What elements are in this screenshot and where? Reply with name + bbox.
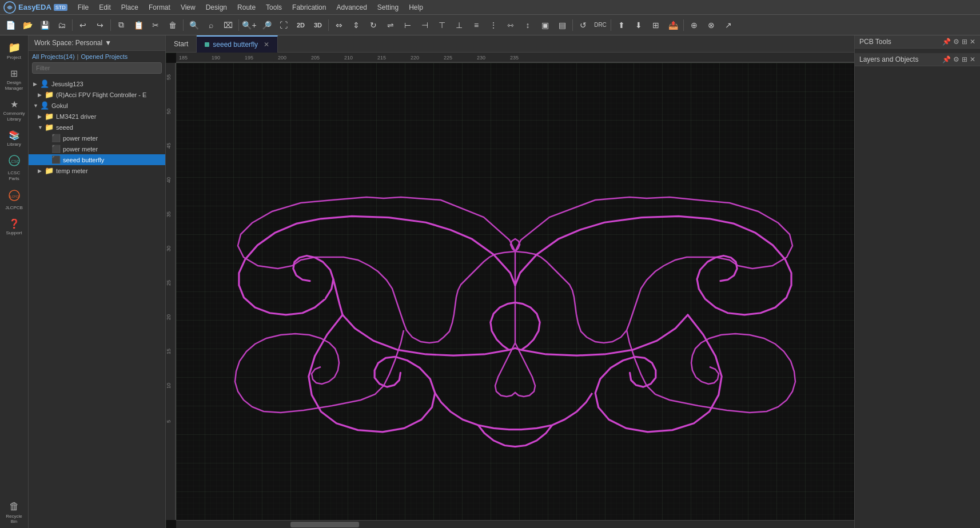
sidebar-label-project: Project <box>7 55 21 60</box>
tab-close-icon[interactable]: ✕ <box>264 41 269 49</box>
3d-button[interactable]: 3D <box>310 17 326 33</box>
layers-settings-icon[interactable]: ⚙ <box>953 55 959 63</box>
copy-button[interactable]: ⧉ <box>113 17 129 33</box>
tab-start[interactable]: Start <box>166 35 197 53</box>
zoom-in-button[interactable]: 🔍+ <box>241 17 257 33</box>
share-button[interactable]: ↗ <box>720 17 736 33</box>
sidebar-item-design-manager[interactable]: ⊞ DesignManager <box>1 65 27 94</box>
tree-item-pm2[interactable]: ▶ ⬛ power meter <box>29 143 165 154</box>
pcb-canvas[interactable]: 185 190 195 200 205 210 215 220 225 230 … <box>166 53 854 528</box>
new-button[interactable]: 📄 <box>2 17 18 33</box>
canvas-viewport[interactable] <box>176 63 854 520</box>
menu-edit[interactable]: Edit <box>94 2 115 13</box>
h-scrollbar[interactable] <box>176 520 854 528</box>
h-scrollbar-thumb[interactable] <box>290 522 359 527</box>
tree-user-gokul-icon: 👤 <box>40 101 49 110</box>
clear-button[interactable]: ⌧ <box>220 17 236 33</box>
workspace-header[interactable]: Work Space: Personal ▼ <box>29 35 165 51</box>
menu-setting[interactable]: Setting <box>373 2 403 13</box>
tree-folder-temp-icon: 📁 <box>45 166 54 175</box>
tab-butterfly[interactable]: seeed butterfly ✕ <box>197 35 278 53</box>
filter-input[interactable] <box>32 62 162 74</box>
layers-pin-icon[interactable]: 📌 <box>942 55 951 63</box>
layers-objects-header: Layers and Objects 📌 ⚙ ⊞ ✕ <box>855 53 980 66</box>
save-all-button[interactable]: 🗂 <box>54 17 70 33</box>
menu-tools[interactable]: Tools <box>261 2 286 13</box>
export2-button[interactable]: ⊞ <box>648 17 664 33</box>
tree-item-butterfly[interactable]: ▶ ⬛ seeed butterfly <box>29 154 165 165</box>
sidebar-item-jlcpcb[interactable]: JLCPCB JLCPCB <box>1 186 27 214</box>
close-panel-icon[interactable]: ✕ <box>970 38 975 46</box>
2d-button[interactable]: 2D <box>293 17 309 33</box>
icon-sidebar: 📁 Project ⊞ DesignManager ★ CommonlyLibr… <box>0 35 29 528</box>
svg-text:215: 215 <box>377 55 386 61</box>
align-r-button[interactable]: ⊣ <box>417 17 433 33</box>
opened-projects-tab[interactable]: Opened Projects <box>81 53 128 60</box>
menu-format[interactable]: Format <box>144 2 175 13</box>
menu-route[interactable]: Route <box>233 2 260 13</box>
tree-user-icon: 👤 <box>40 79 49 88</box>
svg-text:50: 50 <box>166 109 172 114</box>
align-l-button[interactable]: ⊢ <box>400 17 416 33</box>
layers-close-icon[interactable]: ✕ <box>970 55 975 63</box>
tree-item-temp[interactable]: ▶ 📁 temp meter <box>29 165 165 176</box>
layers-button[interactable]: ⊕ <box>686 17 702 33</box>
pin-icon[interactable]: 📌 <box>942 38 951 46</box>
flip-v-button[interactable]: ⇕ <box>348 17 364 33</box>
sidebar-item-lcsc[interactable]: LCSC LCSCParts <box>1 151 27 185</box>
zoom-fit-button[interactable]: ⛶ <box>276 17 292 33</box>
menu-file[interactable]: File <box>73 2 93 13</box>
export1-button[interactable]: ⬇ <box>631 17 647 33</box>
align-cv-button[interactable]: ⋮ <box>485 17 501 33</box>
sidebar-item-project[interactable]: 📁 Project <box>1 38 27 63</box>
menu-fabrication[interactable]: Fabrication <box>288 2 330 13</box>
open-button[interactable]: 📂 <box>19 17 35 33</box>
sidebar-item-commonly-library[interactable]: ★ CommonlyLibrary <box>1 95 27 125</box>
menu-design[interactable]: Design <box>201 2 232 13</box>
align-t-button[interactable]: ⊤ <box>434 17 450 33</box>
search-button[interactable]: 🔍 <box>186 17 202 33</box>
export3-button[interactable]: 📤 <box>665 17 681 33</box>
tree-item-user-gokul[interactable]: ▼ 👤 Gokul <box>29 100 165 111</box>
redo-button[interactable]: ↪ <box>92 17 108 33</box>
align-b-button[interactable]: ⊥ <box>451 17 467 33</box>
find-replace-button[interactable]: ⌕ <box>203 17 219 33</box>
dist-h-button[interactable]: ⇿ <box>503 17 519 33</box>
delete-button[interactable]: 🗑 <box>165 17 181 33</box>
tree-item-pm1[interactable]: ▶ ⬛ power meter <box>29 133 165 143</box>
expand-icon[interactable]: ⊞ <box>962 38 967 46</box>
sidebar-item-support[interactable]: ❓ Support <box>1 215 27 239</box>
import-button[interactable]: ⬆ <box>614 17 630 33</box>
zoom-out-button[interactable]: 🔎 <box>258 17 274 33</box>
sidebar-item-recycle-bin[interactable]: 🗑 RecycleBin <box>1 497 27 528</box>
tree-item-fpv[interactable]: ▶ 📁 (R)Acci FPV Flight Controller - E <box>29 89 165 100</box>
undo2-button[interactable]: ↺ <box>575 17 591 33</box>
sidebar-item-library[interactable]: 📚 Library <box>1 126 27 150</box>
undo-button[interactable]: ↩ <box>75 17 91 33</box>
cut-button[interactable]: ✂ <box>148 17 164 33</box>
all-projects-tab[interactable]: All Projects(14) <box>32 53 75 60</box>
tree-item-lm3421[interactable]: ▶ 📁 LM3421 driver <box>29 111 165 122</box>
rotate-button[interactable]: ↻ <box>365 17 381 33</box>
sidebar-label-jlcpcb: JLCPCB <box>5 205 23 210</box>
net-button[interactable]: ⊗ <box>703 17 719 33</box>
menu-place[interactable]: Place <box>117 2 143 13</box>
ruler-top-svg: 185 190 195 200 205 210 215 220 225 230 … <box>176 53 854 63</box>
tree-item-seeed[interactable]: ▼ 📁 seeed <box>29 122 165 133</box>
dist-v-button[interactable]: ↕ <box>520 17 536 33</box>
menu-advanced[interactable]: Advanced <box>332 2 371 13</box>
tree-item-user-jesus[interactable]: ▶ 👤 Jesuslg123 <box>29 78 165 89</box>
align-ch-button[interactable]: ≡ <box>468 17 484 33</box>
app-logo: EasyEDA STD <box>3 1 67 14</box>
menu-help[interactable]: Help <box>404 2 428 13</box>
mirror-button[interactable]: ⇌ <box>383 17 399 33</box>
ungroup-button[interactable]: ▤ <box>554 17 570 33</box>
group-button[interactable]: ▣ <box>537 17 553 33</box>
paste-button[interactable]: 📋 <box>130 17 146 33</box>
menu-view[interactable]: View <box>176 2 200 13</box>
save-button[interactable]: 💾 <box>37 17 53 33</box>
flip-h-button[interactable]: ⇔ <box>331 17 347 33</box>
settings-icon[interactable]: ⚙ <box>953 38 959 46</box>
drc-button[interactable]: DRC <box>592 17 608 33</box>
layers-expand-icon[interactable]: ⊞ <box>962 55 967 63</box>
